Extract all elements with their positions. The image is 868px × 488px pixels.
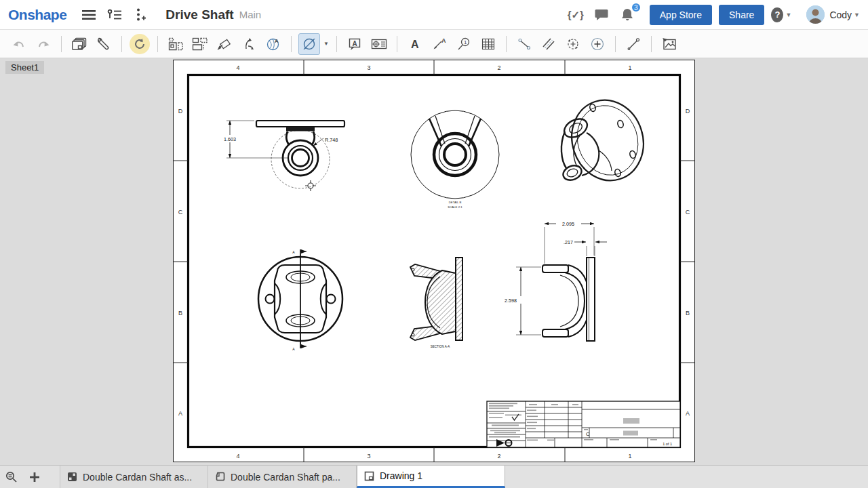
comments-icon[interactable] <box>591 5 612 25</box>
table-icon[interactable] <box>477 33 499 55</box>
callout-icon[interactable]: A <box>429 33 450 55</box>
svg-text:.217: .217 <box>564 239 573 245</box>
update-views-icon[interactable] <box>129 33 151 55</box>
share-button[interactable]: Share <box>719 5 764 25</box>
svg-text:1: 1 <box>464 39 467 45</box>
svg-text:A: A <box>178 410 182 417</box>
move-view-icon[interactable] <box>238 33 260 55</box>
svg-text:A: A <box>275 38 279 44</box>
tab-assembly[interactable]: Double Cardan Shaft as... <box>60 466 208 488</box>
drawing-toolbar: A ▼ A A A 1 <box>0 30 868 58</box>
centerline-between-lines-icon[interactable] <box>538 33 559 55</box>
partstudio-icon <box>215 472 225 482</box>
dimension-tool-button[interactable] <box>298 33 320 55</box>
svg-text:1: 1 <box>628 64 631 71</box>
title-highlight <box>623 418 639 424</box>
text-icon[interactable]: A <box>404 33 426 55</box>
redo-icon[interactable] <box>33 33 54 55</box>
svg-text:3: 3 <box>367 453 370 460</box>
svg-text:2: 2 <box>497 64 500 71</box>
chevron-down-icon: ▼ <box>785 12 791 18</box>
properties-wrench-icon[interactable] <box>93 33 115 55</box>
section-label: SECTION A-A <box>431 345 450 348</box>
tab-drawing[interactable]: Drawing 1 <box>357 466 505 488</box>
title-block[interactable]: C 1 of 1 <box>487 401 680 447</box>
svg-text:3: 3 <box>367 64 370 71</box>
svg-text:D: D <box>686 108 690 115</box>
title-block-sheet: 1 of 1 <box>663 442 672 446</box>
notifications-icon[interactable]: 3 <box>617 5 637 25</box>
svg-text:2: 2 <box>497 453 500 460</box>
create-version-icon[interactable] <box>130 5 151 25</box>
svg-text:D: D <box>178 108 183 115</box>
svg-text:1: 1 <box>628 453 631 460</box>
assembly-icon <box>67 472 77 482</box>
update-highlight <box>130 34 150 54</box>
note-icon[interactable]: A <box>344 33 366 55</box>
auxiliary-view-icon[interactable] <box>214 33 235 55</box>
svg-text:A: A <box>441 38 446 44</box>
insert-view-icon[interactable] <box>165 33 186 55</box>
dimension-dropdown-caret[interactable]: ▼ <box>321 33 331 55</box>
svg-text:C: C <box>686 209 690 216</box>
svg-text:B: B <box>686 310 690 317</box>
svg-text:SCALE 2:1: SCALE 2:1 <box>448 205 462 209</box>
svg-text:A: A <box>411 39 419 50</box>
help-menu[interactable]: ?▼ <box>771 5 791 25</box>
projected-view-icon[interactable] <box>189 33 211 55</box>
circle-center-mark-icon[interactable] <box>587 33 608 55</box>
drawing-icon <box>364 471 374 481</box>
drawing-canvas[interactable]: Sheet1 4 3 2 1 4 3 <box>0 58 868 465</box>
app-store-button[interactable]: App Store <box>650 5 712 25</box>
undo-icon[interactable] <box>8 33 30 55</box>
featurescript-icon[interactable]: {✓} <box>566 5 586 25</box>
line-icon[interactable] <box>623 33 644 55</box>
user-name[interactable]: Cody <box>829 9 852 20</box>
svg-text:C: C <box>178 209 183 216</box>
balloon-icon[interactable]: 1 <box>453 33 475 55</box>
sheet-properties-icon[interactable] <box>68 33 90 55</box>
add-tab-icon[interactable] <box>23 466 46 488</box>
svg-text:4: 4 <box>236 64 239 71</box>
chevron-down-icon: ▼ <box>854 12 860 18</box>
svg-text:B: B <box>178 310 182 317</box>
svg-text:4: 4 <box>236 453 239 460</box>
search-tabs-icon[interactable] <box>0 466 23 488</box>
svg-text:DETAIL B: DETAIL B <box>449 201 462 204</box>
svg-text:2.095: 2.095 <box>562 221 574 227</box>
svg-text:A: A <box>353 39 357 47</box>
notification-badge: 3 <box>631 2 642 13</box>
svg-text:2.598: 2.598 <box>505 298 517 304</box>
title-block-size: C <box>586 431 590 437</box>
workspace-name[interactable]: Main <box>239 9 262 20</box>
svg-text:R.748: R.748 <box>325 137 338 143</box>
document-title: Drive Shaft <box>165 7 233 22</box>
onshape-logo[interactable]: Onshape <box>8 7 66 23</box>
dwg-no-highlight <box>623 431 638 436</box>
svg-text:A: A <box>686 410 690 417</box>
tab-partstudio[interactable]: Double Cardan Shaft pa... <box>208 466 357 488</box>
centerline-icon[interactable] <box>513 33 535 55</box>
avatar[interactable] <box>806 5 825 24</box>
versions-history-icon[interactable] <box>104 5 125 25</box>
drawing-sheet[interactable]: 4 3 2 1 4 3 2 1 D C B A D C B A <box>173 60 695 464</box>
main-menu-icon[interactable] <box>79 5 99 25</box>
help-icon: ? <box>771 7 783 22</box>
document-tab-bar: Double Cardan Shaft as... Double Cardan … <box>0 465 868 488</box>
tab-label: Double Cardan Shaft pa... <box>231 472 340 483</box>
geometric-tolerance-icon[interactable] <box>368 33 390 55</box>
tab-label: Drawing 1 <box>380 470 422 481</box>
tab-label: Double Cardan Shaft as... <box>83 472 192 483</box>
center-mark-icon[interactable] <box>562 33 584 55</box>
app-header: Onshape Drive Shaft Main {✓} 3 App Store… <box>0 0 868 30</box>
image-icon[interactable] <box>658 33 680 55</box>
named-views-icon[interactable]: A <box>262 33 284 55</box>
svg-text:1.603: 1.603 <box>224 136 236 142</box>
sheet-tab-chip[interactable]: Sheet1 <box>5 61 44 74</box>
